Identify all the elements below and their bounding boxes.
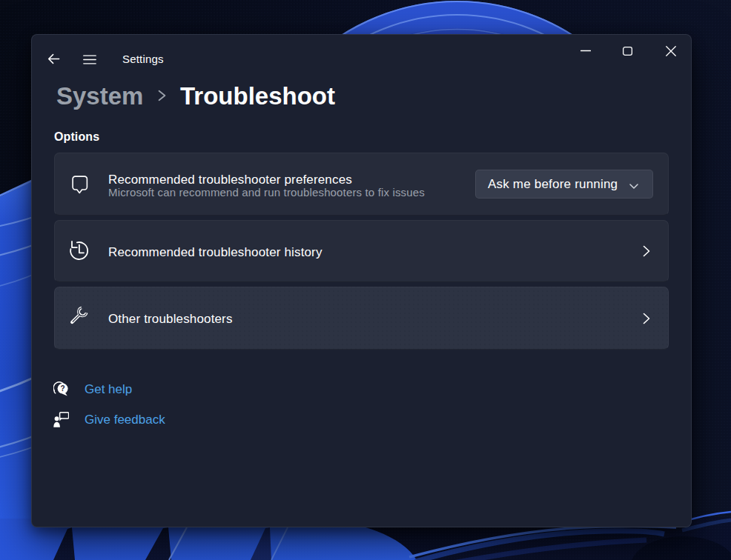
svg-text:?: ? xyxy=(61,384,65,393)
